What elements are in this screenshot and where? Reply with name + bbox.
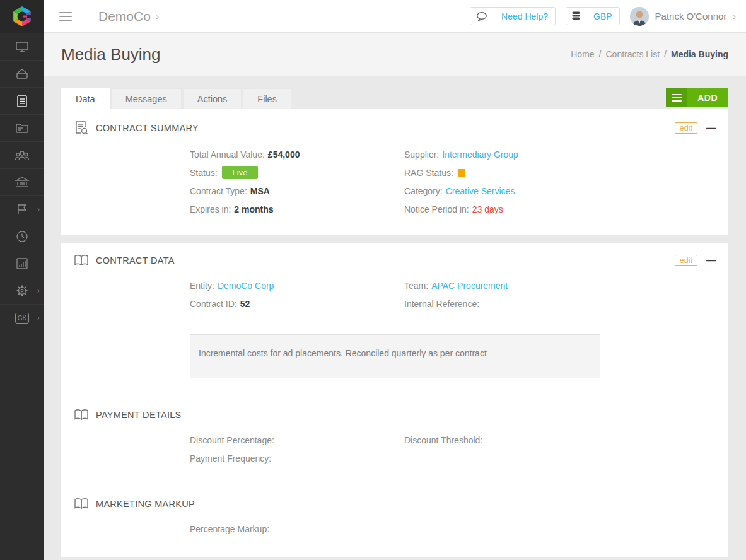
- field-label: Category:: [404, 186, 443, 196]
- field-label: Expires in:: [190, 204, 231, 214]
- field-label: Percentage Markup:: [190, 524, 269, 534]
- field-label: Total Annual Value:: [190, 149, 265, 160]
- sidebar-item-files[interactable]: [0, 114, 44, 141]
- chevron-right-icon: ›: [733, 11, 736, 21]
- app-logo[interactable]: [0, 0, 44, 33]
- add-menu-icon[interactable]: [666, 88, 687, 107]
- chevron-right-icon: ›: [37, 313, 40, 322]
- category-link[interactable]: Creative Services: [446, 186, 515, 196]
- breadcrumb-separator: /: [599, 49, 602, 59]
- need-help-button[interactable]: Need Help?: [470, 7, 556, 25]
- page-header: Media Buying Home / Contracts List / Med…: [44, 33, 746, 76]
- flag-icon: [16, 203, 28, 216]
- sidebar: › › GK ›: [0, 0, 44, 560]
- section-title: CONTRACT SUMMARY: [96, 123, 199, 133]
- tabs: Data Messages Actions Files ADD: [61, 88, 728, 109]
- chevron-right-icon: ›: [37, 205, 40, 214]
- open-book-icon: [74, 498, 89, 510]
- sidebar-item-dashboard[interactable]: [0, 33, 44, 60]
- page-title: Media Buying: [61, 45, 161, 64]
- field-label: Contract ID:: [190, 299, 237, 309]
- tab-files[interactable]: Files: [243, 88, 291, 109]
- edit-contract-data-button[interactable]: edit: [675, 255, 697, 266]
- section-title: MARKETING MARKUP: [96, 499, 195, 509]
- document-search-icon: [74, 120, 89, 135]
- add-button[interactable]: ADD: [666, 88, 728, 107]
- currency-button[interactable]: GBP: [566, 7, 620, 25]
- contract-type: MSA: [250, 186, 270, 196]
- breadcrumb-current: Media Buying: [671, 49, 728, 59]
- company-name: DemoCo: [98, 9, 151, 24]
- avatar: [630, 7, 649, 26]
- contracts-document-icon: [16, 95, 28, 108]
- menu-toggle-icon[interactable]: [59, 9, 72, 23]
- contract-id: 52: [240, 299, 250, 309]
- collapse-icon[interactable]: —: [706, 255, 716, 265]
- sidebar-item-time[interactable]: [0, 223, 44, 250]
- sidebar-item-entities[interactable]: [0, 168, 44, 195]
- speech-bubble-icon: [470, 8, 494, 25]
- edit-contract-summary-button[interactable]: edit: [675, 122, 697, 134]
- contract-summary-card: CONTRACT SUMMARY edit — Total Annual Val…: [61, 109, 728, 235]
- notice-period: 23 days: [472, 204, 503, 214]
- total-annual-value: £54,000: [268, 149, 300, 160]
- rag-status-amber-indicator: [458, 169, 465, 177]
- field-label: Discount Percentage:: [190, 435, 274, 445]
- mail-icon: [15, 68, 29, 79]
- sidebar-item-settings[interactable]: ›: [0, 277, 44, 304]
- tab-messages[interactable]: Messages: [111, 88, 182, 109]
- tab-actions[interactable]: Actions: [183, 88, 242, 109]
- entity-bank-icon: [15, 176, 29, 189]
- gk-icon: GK: [15, 313, 29, 324]
- clock-icon: [16, 230, 28, 243]
- topbar: DemoCo › Need Help? GBP: [44, 0, 746, 33]
- team-link[interactable]: APAC Procurement: [431, 281, 508, 291]
- field-label: Notice Period in:: [404, 204, 469, 214]
- field-label: RAG Status:: [404, 168, 453, 178]
- field-label: Discount Threshold:: [404, 435, 482, 445]
- field-label: Contract Type:: [190, 186, 247, 196]
- collapse-icon[interactable]: —: [706, 123, 716, 132]
- chevron-right-icon: ›: [37, 286, 40, 295]
- currency-label: GBP: [586, 11, 619, 21]
- user-menu[interactable]: Patrick O'Connor ›: [630, 7, 736, 26]
- users-icon: [15, 149, 30, 161]
- field-label: Supplier:: [404, 149, 439, 160]
- entity-link[interactable]: DemoCo Corp: [218, 281, 274, 291]
- breadcrumb-separator: /: [664, 49, 667, 59]
- chevron-right-icon: ›: [156, 11, 159, 21]
- field-label: Internal Reference:: [404, 299, 479, 309]
- user-name: Patrick O'Connor: [655, 11, 727, 21]
- sidebar-item-flags[interactable]: ›: [0, 195, 44, 223]
- section-title: PAYMENT DETAILS: [96, 410, 182, 420]
- dashboard-monitor-icon: [15, 41, 29, 53]
- contract-note-textarea: Incremental costs for ad placements. Rec…: [190, 334, 600, 378]
- breadcrumb-contracts-list[interactable]: Contracts List: [606, 49, 660, 59]
- field-label: Payment Frequency:: [190, 453, 271, 464]
- field-label: Team:: [404, 281, 428, 291]
- sidebar-item-gatekeeper[interactable]: GK ›: [0, 304, 44, 331]
- breadcrumb-home[interactable]: Home: [571, 49, 594, 59]
- sidebar-item-reports[interactable]: [0, 250, 44, 277]
- sidebar-item-users[interactable]: [0, 141, 44, 168]
- folder-icon: [15, 122, 29, 134]
- gear-icon: [16, 284, 28, 297]
- section-title: CONTRACT DATA: [96, 255, 175, 265]
- open-book-icon: [74, 409, 89, 421]
- status-badge: Live: [222, 166, 259, 179]
- main-content: Data Messages Actions Files ADD CONTRACT…: [44, 76, 746, 560]
- supplier-link[interactable]: Intermediary Group: [442, 149, 518, 160]
- coins-icon: [566, 8, 586, 25]
- contract-data-card: CONTRACT DATA edit — Entity:DemoCo Corp …: [61, 243, 728, 557]
- company-switcher[interactable]: DemoCo ›: [98, 9, 159, 24]
- gatekeeper-logo-icon: [11, 5, 33, 28]
- sidebar-item-contracts[interactable]: [0, 87, 44, 114]
- field-label: Entity:: [190, 281, 214, 291]
- field-label: Status:: [190, 168, 218, 178]
- sidebar-item-mail[interactable]: [0, 60, 44, 87]
- need-help-label: Need Help?: [494, 11, 555, 21]
- bar-chart-icon: [16, 257, 28, 270]
- breadcrumb: Home / Contracts List / Media Buying: [571, 49, 728, 59]
- expires-in: 2 months: [234, 204, 273, 214]
- tab-data[interactable]: Data: [61, 88, 110, 109]
